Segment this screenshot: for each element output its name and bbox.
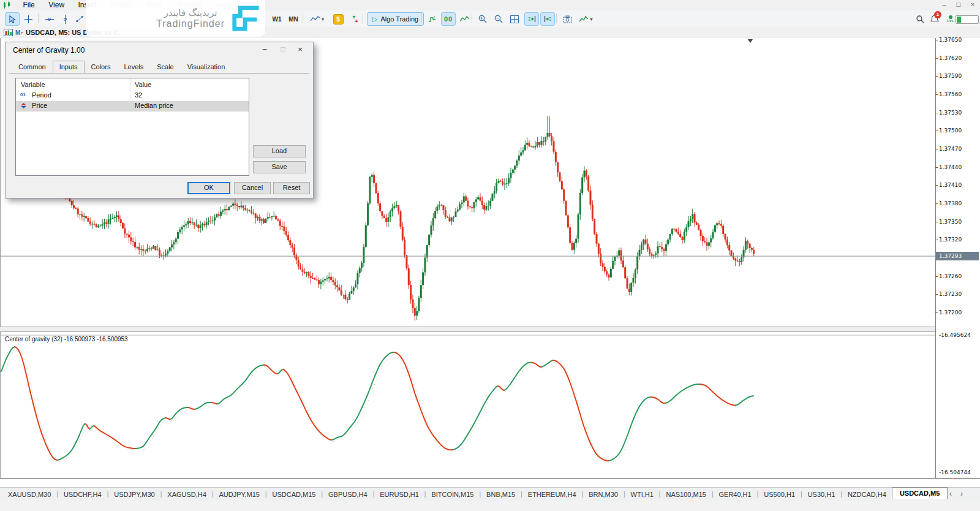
- dialog-title: Center of Gravity 1.00: [13, 46, 85, 55]
- svg-text:M: M: [15, 29, 20, 36]
- price-tick: [935, 76, 938, 77]
- candles-icon: 00: [444, 15, 453, 23]
- row-value[interactable]: Median price: [135, 102, 173, 109]
- symbol-tab-audjpy-m15[interactable]: AUDJPY,M15: [213, 490, 265, 499]
- dollar-icon: $: [333, 14, 344, 25]
- dialog-minimize-icon[interactable]: –: [257, 45, 273, 56]
- save-button[interactable]: Save: [253, 161, 306, 173]
- symbol-tab-gbpusd-h4[interactable]: GBPUSD,H4: [323, 490, 373, 499]
- indicator-axis-top: -16.495624: [939, 332, 971, 338]
- symbol-tab-xagusd-h4[interactable]: XAGUSD,H4: [162, 490, 212, 499]
- bottom-strip: [0, 501, 980, 511]
- timeframe-mn-button[interactable]: MN: [286, 12, 301, 26]
- row-value[interactable]: 32: [135, 91, 142, 99]
- toolbar-separator: [38, 13, 39, 23]
- tile-windows-button[interactable]: [507, 12, 522, 26]
- auto-scroll-button[interactable]: [524, 12, 539, 26]
- reset-button[interactable]: Reset: [273, 182, 310, 194]
- zoom-in-button[interactable]: [475, 12, 490, 26]
- window-controls: – □ ×: [938, 1, 979, 8]
- timeframe-w1-button[interactable]: W1: [270, 12, 284, 26]
- cog-indicator-chart[interactable]: [0, 331, 935, 478]
- window-close-icon[interactable]: ×: [967, 1, 979, 8]
- window-minimize-icon[interactable]: –: [938, 1, 951, 8]
- symbol-tab-bnb-m15[interactable]: BNB,M15: [481, 490, 521, 499]
- price-tick: [935, 185, 938, 186]
- tab-scroll-left-icon[interactable]: ‹: [949, 490, 960, 498]
- symbol-tab-usdcad-m15[interactable]: USDCAD,M15: [267, 490, 322, 499]
- table-row-price[interactable]: Price Median price: [16, 101, 249, 112]
- symbol-tab-nas100-m15[interactable]: NAS100,M15: [660, 490, 711, 499]
- zoom-out-button[interactable]: [491, 12, 506, 26]
- menu-file[interactable]: File: [17, 0, 40, 10]
- time-axis[interactable]: 8 Aug 20248 Aug 17:408 Aug 19:008 Aug 20…: [0, 478, 980, 488]
- watermark-english-text: TradingFinder: [156, 18, 225, 29]
- symbol-tab-us30-h1[interactable]: US30,H1: [802, 490, 841, 499]
- load-button[interactable]: Load: [253, 145, 306, 157]
- ok-button[interactable]: OK: [187, 182, 230, 194]
- tab-inputs[interactable]: Inputs: [53, 61, 85, 74]
- menu-view[interactable]: View: [43, 0, 70, 10]
- tab-visualization[interactable]: Visualization: [181, 61, 232, 74]
- price-tick: [935, 131, 938, 131]
- column-header-value: Value: [135, 78, 151, 91]
- symbol-tab-ger40-h1[interactable]: GER40,H1: [713, 490, 756, 499]
- notifications-icon[interactable]: 1: [927, 12, 942, 26]
- chart-type-dropdown[interactable]: ▾: [306, 12, 328, 26]
- indicators-dropdown-button[interactable]: ▾: [576, 12, 597, 26]
- symbol-tab-wti-h1[interactable]: WTI,H1: [625, 490, 659, 499]
- candle-chart-button[interactable]: 00: [441, 12, 456, 26]
- scroll-to-end-marker[interactable]: [748, 39, 753, 43]
- column-header-variable: Variable: [21, 78, 45, 91]
- dialog-close-icon[interactable]: ×: [292, 45, 308, 56]
- symbol-tab-eurusd-h1[interactable]: EURUSD,H1: [374, 490, 424, 499]
- tab-scale[interactable]: Scale: [150, 61, 181, 74]
- hline-tool-button[interactable]: [42, 12, 56, 26]
- cancel-button[interactable]: Cancel: [234, 182, 271, 194]
- quotes-button[interactable]: $: [331, 12, 345, 26]
- algo-trading-button[interactable]: ▷ Algo Trading: [367, 12, 424, 26]
- price-axis-label: 1.37590: [939, 73, 962, 79]
- tab-strip-divider: [9, 73, 309, 74]
- screenshot-button[interactable]: [560, 12, 575, 26]
- symbol-tab-us500-h1[interactable]: US500,H1: [758, 490, 801, 499]
- symbol-tab-usdchf-h4[interactable]: USDCHF,H4: [58, 490, 107, 499]
- symbol-tab-xauusd-m30[interactable]: XAUUSD,M30: [2, 490, 56, 499]
- price-axis-label: 1.37230: [939, 291, 962, 297]
- price-tick: [935, 240, 938, 240]
- table-row-period[interactable]: 01 Period 32: [16, 91, 249, 101]
- vline-tool-button[interactable]: [58, 12, 72, 26]
- tab-levels[interactable]: Levels: [117, 61, 150, 74]
- symbol-tab-ethereum-h4[interactable]: ETHEREUM,H4: [522, 490, 582, 499]
- tab-colors[interactable]: Colors: [85, 61, 118, 74]
- window-restore-icon[interactable]: □: [952, 1, 965, 8]
- inputs-table[interactable]: Variable Value 01 Period 32 Price Median…: [15, 78, 249, 176]
- symbol-tab-nzdcad-h4[interactable]: NZDCAD,H4: [842, 490, 892, 499]
- tick-chart-button[interactable]: 1: [425, 12, 440, 26]
- search-icon[interactable]: [913, 12, 927, 26]
- line-chart-button[interactable]: [457, 12, 472, 26]
- symbol-tab-usdcad-m5[interactable]: USDCAD,M5: [892, 487, 948, 499]
- crosshair-tool-button[interactable]: [21, 12, 36, 26]
- price-axis-label: 1.37530: [939, 110, 962, 116]
- chart-shift-button[interactable]: [540, 12, 555, 26]
- toolbar-separator: [363, 13, 363, 23]
- price-tick: [935, 58, 938, 59]
- trendline-tool-button[interactable]: [72, 12, 87, 26]
- toolbar-separator: [472, 13, 472, 23]
- toolbar-separator: [556, 13, 557, 23]
- dialog-restore-icon[interactable]: □: [275, 45, 291, 56]
- price-axis-label: 1.37500: [939, 127, 962, 134]
- tab-scroll-right-icon[interactable]: ›: [960, 490, 971, 498]
- symbol-tab-brn-m30[interactable]: BRN,M30: [583, 490, 624, 499]
- price-tick: [935, 40, 938, 40]
- cursor-tool-button[interactable]: [5, 12, 20, 26]
- indicator-label: Center of gravity (32) -16.500973 -16.50…: [5, 336, 128, 343]
- new-order-button[interactable]: [348, 12, 363, 26]
- chart-m-icon: M: [15, 29, 24, 36]
- indicator-properties-dialog: Center of Gravity 1.00 – □ × Common Inpu…: [5, 42, 314, 199]
- symbol-tab-usdjpy-m30[interactable]: USDJPY,M30: [108, 490, 160, 499]
- tab-common[interactable]: Common: [12, 61, 53, 74]
- symbol-tab-bitcoin-m15[interactable]: BITCOIN,M15: [426, 490, 479, 499]
- tab-scroll-arrows[interactable]: ‹›: [949, 490, 971, 498]
